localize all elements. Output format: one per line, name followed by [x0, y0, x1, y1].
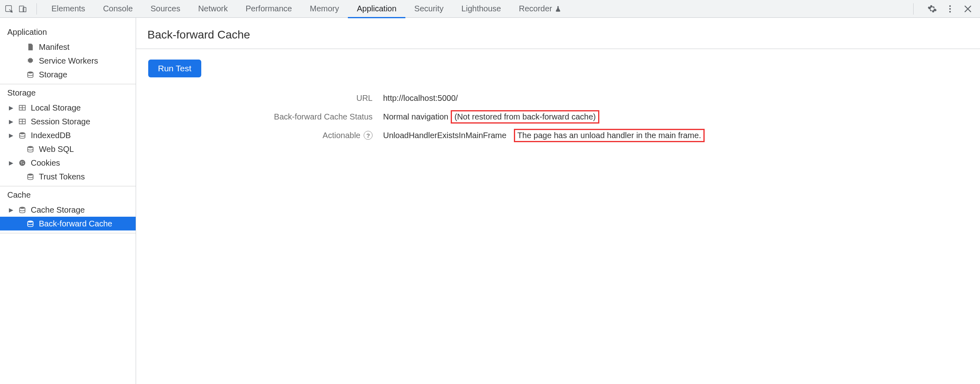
- content-pane: Back-forward Cache Run Test URL http://l…: [136, 18, 980, 384]
- status-value: Normal navigation: [383, 112, 448, 122]
- row-bfcache-status: Back-forward Cache Status Normal navigat…: [144, 107, 972, 126]
- sidebar-item-trust-tokens[interactable]: ▶ Trust Tokens: [0, 170, 136, 183]
- status-highlight: (Not restored from back-forward cache): [451, 110, 599, 124]
- svg-point-4: [949, 8, 951, 10]
- row-key: URL: [144, 94, 383, 103]
- tab-lighthouse[interactable]: Lighthouse: [452, 0, 510, 18]
- tab-sources[interactable]: Sources: [142, 0, 189, 18]
- toolbar-right-group: [908, 3, 977, 15]
- actionable-highlight: The page has an unload handler in the ma…: [514, 129, 705, 142]
- tab-label: Application: [357, 4, 396, 13]
- svg-point-13: [21, 162, 22, 163]
- sidebar-item-local-storage[interactable]: ▶ Local Storage: [0, 101, 136, 115]
- tab-security[interactable]: Security: [405, 0, 452, 18]
- file-icon: [26, 43, 35, 51]
- toolbar-divider: [913, 3, 914, 15]
- tab-label: Sources: [151, 4, 180, 13]
- sidebar-group-title: Cache: [0, 186, 136, 203]
- sidebar-divider: [0, 233, 136, 233]
- row-key: Back-forward Cache Status: [144, 112, 383, 122]
- sidebar-item-storage[interactable]: ▶ Storage: [0, 68, 136, 81]
- chevron-right-icon: ▶: [8, 105, 14, 111]
- grid-icon: [18, 103, 27, 112]
- panel-tabs: Elements Console Sources Network Perform…: [43, 0, 571, 18]
- svg-point-15: [21, 164, 22, 164]
- sidebar-item-cookies[interactable]: ▶ Cookies: [0, 156, 136, 170]
- sidebar-item-back-forward-cache[interactable]: ▶ Back-forward Cache: [0, 217, 136, 230]
- storage-icon: [26, 145, 35, 154]
- sidebar-item-label: IndexedDB: [31, 131, 71, 140]
- sidebar-item-label: Manifest: [39, 43, 70, 52]
- devtools-toolbar: Elements Console Sources Network Perform…: [0, 0, 980, 18]
- tab-application[interactable]: Application: [348, 0, 405, 18]
- row-value: Normal navigation (Not restored from bac…: [383, 110, 599, 124]
- row-key: Actionable ?: [144, 131, 383, 140]
- row-url: URL http://localhost:5000/: [144, 89, 972, 107]
- sidebar-item-label: Trust Tokens: [39, 172, 85, 181]
- tab-elements[interactable]: Elements: [43, 0, 94, 18]
- tab-performance[interactable]: Performance: [237, 0, 301, 18]
- sidebar-item-session-storage[interactable]: ▶ Session Storage: [0, 115, 136, 128]
- sidebar-item-indexeddb[interactable]: ▶ IndexedDB: [0, 128, 136, 142]
- row-value: http://localhost:5000/: [383, 94, 458, 103]
- content-divider: [136, 49, 980, 49]
- tab-memory[interactable]: Memory: [301, 0, 348, 18]
- cookie-icon: [18, 158, 27, 167]
- row-value: UnloadHandlerExistsInMainFrame The page …: [383, 129, 705, 142]
- tab-label: Security: [414, 4, 443, 13]
- tab-label: Console: [103, 4, 132, 13]
- svg-point-19: [28, 221, 33, 223]
- chevron-right-icon: ▶: [8, 160, 14, 166]
- tab-label: Lighthouse: [461, 4, 501, 13]
- help-icon[interactable]: ?: [364, 131, 373, 140]
- chevron-right-icon: ▶: [8, 132, 14, 139]
- device-toggle-icon[interactable]: [17, 3, 28, 15]
- toolbar-left-group: [3, 3, 43, 15]
- storage-icon: [26, 219, 35, 228]
- sidebar-item-websql[interactable]: ▶ Web SQL: [0, 142, 136, 156]
- svg-point-12: [19, 160, 26, 166]
- svg-point-17: [28, 174, 33, 176]
- grid-icon: [18, 117, 27, 126]
- tab-label: Performance: [246, 4, 292, 13]
- sidebar-item-cache-storage[interactable]: ▶ Cache Storage: [0, 203, 136, 217]
- svg-point-14: [23, 162, 23, 162]
- settings-icon[interactable]: [927, 4, 937, 14]
- inspect-icon[interactable]: [3, 3, 15, 15]
- sidebar-item-manifest[interactable]: ▶ Manifest: [0, 40, 136, 54]
- sidebar-item-label: Back-forward Cache: [39, 219, 112, 228]
- close-icon[interactable]: [963, 4, 973, 14]
- row-actionable: Actionable ? UnloadHandlerExistsInMainFr…: [144, 126, 972, 145]
- sidebar-item-label: Web SQL: [39, 145, 74, 154]
- svg-point-18: [19, 207, 25, 209]
- svg-point-5: [949, 11, 951, 13]
- run-test-button[interactable]: Run Test: [148, 60, 201, 77]
- main-split: Application ▶ Manifest ▶ Service Workers…: [0, 18, 980, 384]
- tab-recorder[interactable]: Recorder: [510, 0, 571, 18]
- chevron-right-icon: ▶: [8, 207, 14, 213]
- flask-icon: [554, 5, 562, 13]
- storage-icon: [18, 205, 27, 214]
- tab-label: Recorder: [519, 4, 552, 13]
- svg-point-11: [28, 146, 33, 148]
- application-sidebar: Application ▶ Manifest ▶ Service Workers…: [0, 18, 136, 384]
- sidebar-item-label: Cookies: [31, 158, 60, 168]
- tab-label: Elements: [51, 4, 85, 13]
- info-table: URL http://localhost:5000/ Back-forward …: [144, 89, 972, 145]
- storage-icon: [18, 131, 27, 140]
- sidebar-item-label: Storage: [39, 70, 67, 79]
- sidebar-item-label: Cache Storage: [31, 205, 85, 215]
- sidebar-group-title: Storage: [0, 84, 136, 101]
- more-icon[interactable]: [945, 4, 955, 14]
- sidebar-item-label: Service Workers: [39, 56, 98, 66]
- tab-network[interactable]: Network: [189, 0, 236, 18]
- gear-icon: [26, 56, 35, 65]
- sidebar-item-label: Local Storage: [31, 103, 81, 113]
- tab-console[interactable]: Console: [94, 0, 141, 18]
- chevron-right-icon: ▶: [8, 118, 14, 125]
- tab-label: Memory: [310, 4, 339, 13]
- sidebar-item-service-workers[interactable]: ▶ Service Workers: [0, 54, 136, 68]
- toolbar-divider: [36, 3, 37, 15]
- svg-point-3: [949, 5, 951, 7]
- sidebar-item-label: Session Storage: [31, 117, 90, 126]
